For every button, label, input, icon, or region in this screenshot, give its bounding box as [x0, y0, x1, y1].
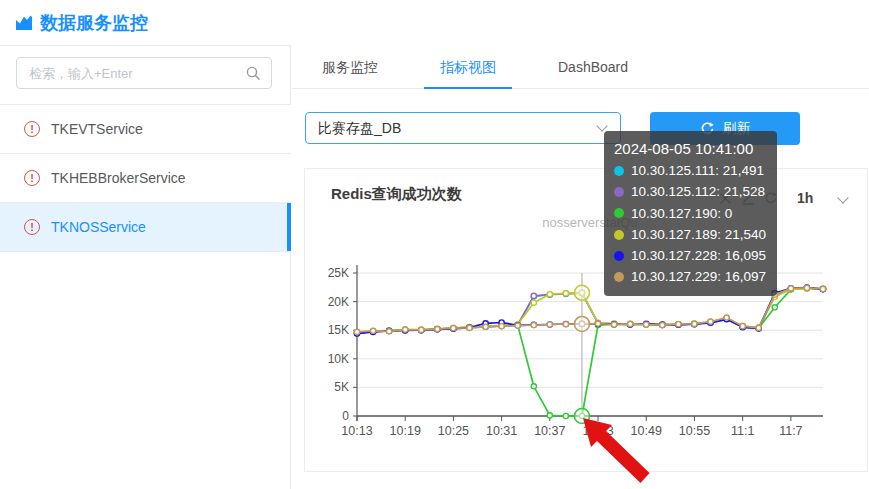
series-marker-10.30.127.229	[451, 326, 456, 331]
x-tick-label: 10:25	[438, 424, 469, 438]
series-marker-10.30.127.229	[724, 315, 729, 320]
sidebar: !TKEVTService!TKHEBBrokerService!TKNOSSe…	[0, 45, 291, 489]
y-tick-label: 25K	[328, 266, 349, 280]
series-marker-10.30.127.229	[644, 322, 649, 327]
search-box	[16, 57, 272, 89]
area-chart-icon	[14, 13, 34, 33]
y-tick-label: 10K	[328, 352, 349, 366]
line-chart[interactable]: 05K10K15K20K25K10:1310:1910:2510:3110:37…	[305, 169, 869, 473]
emphasis-marker-10.30.127.190	[574, 409, 589, 424]
service-name: TKHEBBrokerService	[51, 170, 186, 186]
series-marker-10.30.127.229	[515, 323, 520, 328]
series-marker-10.30.127.190	[531, 384, 536, 389]
series-marker-10.30.127.229	[531, 323, 536, 328]
chevron-down-icon	[596, 120, 607, 131]
sidebar-item-TKEVTService[interactable]: !TKEVTService	[0, 105, 291, 154]
series-marker-10.30.127.189	[547, 292, 552, 297]
series-marker-10.30.127.229	[547, 322, 552, 327]
warning-circle-icon: !	[24, 219, 40, 235]
y-tick-label: 5K	[334, 380, 349, 394]
emphasis-marker-10.30.127.189	[574, 285, 589, 300]
metric-select-value: 比赛存盘_DB	[318, 120, 401, 136]
x-tick-label: 10:43	[582, 424, 613, 438]
tab-bar: 服务监控指标视图DashBoard	[292, 48, 869, 89]
series-marker-10.30.127.189	[563, 291, 568, 296]
service-list: !TKEVTService!TKHEBBrokerService!TKNOSSe…	[0, 104, 291, 252]
series-marker-10.30.127.229	[708, 319, 713, 324]
refresh-button[interactable]: 刷新	[650, 112, 800, 145]
series-marker-10.30.127.229	[499, 324, 504, 329]
service-name: TKNOSService	[51, 219, 146, 235]
series-line-10.30.127.189	[357, 288, 823, 332]
warning-circle-icon: !	[24, 121, 40, 137]
y-tick-label: 15K	[328, 323, 349, 337]
series-marker-10.30.127.190	[563, 413, 568, 418]
sidebar-item-TKNOSService[interactable]: !TKNOSService	[0, 203, 291, 252]
search-input[interactable]	[29, 58, 239, 88]
warning-circle-icon: !	[24, 170, 40, 186]
refresh-arrow-icon	[700, 121, 715, 136]
series-marker-10.30.127.229	[628, 321, 633, 326]
series-marker-10.30.127.229	[483, 324, 488, 329]
series-marker-10.30.127.229	[467, 325, 472, 330]
service-name: TKEVTService	[51, 121, 143, 137]
series-marker-10.30.127.229	[692, 321, 697, 326]
x-tick-label: 10:49	[631, 424, 662, 438]
series-marker-10.30.127.229	[660, 323, 665, 328]
series-marker-10.30.127.229	[612, 322, 617, 327]
x-tick-label: 11:1	[731, 424, 754, 438]
x-tick-label: 10:55	[679, 424, 710, 438]
series-marker-10.30.127.190	[547, 413, 552, 418]
tab-指标视图[interactable]: 指标视图	[424, 48, 512, 89]
chart-panel: Redis查询成功次数 nosserverstatQu 1h 05K10K15K…	[304, 168, 868, 472]
y-tick-label: 20K	[328, 295, 349, 309]
x-tick-label: 11:7	[779, 424, 802, 438]
series-marker-10.30.127.229	[403, 327, 408, 332]
y-tick-label: 0	[342, 409, 349, 423]
series-marker-10.30.127.189	[531, 300, 536, 305]
series-marker-10.30.127.229	[387, 329, 392, 334]
series-marker-10.30.127.229	[563, 322, 568, 327]
search-icon[interactable]	[245, 65, 261, 81]
series-marker-10.30.127.190	[772, 305, 777, 310]
series-marker-10.30.127.229	[371, 328, 376, 333]
tab-DashBoard[interactable]: DashBoard	[542, 48, 644, 89]
x-tick-label: 10:19	[390, 424, 421, 438]
sidebar-item-TKHEBBrokerService[interactable]: !TKHEBBrokerService	[0, 154, 291, 203]
app-header: 数据服务监控	[0, 0, 869, 45]
series-marker-10.30.127.229	[435, 327, 440, 332]
series-marker-10.30.127.229	[354, 329, 359, 334]
series-marker-10.30.127.229	[772, 292, 777, 297]
series-marker-10.30.127.229	[676, 322, 681, 327]
x-tick-label: 10:13	[341, 424, 372, 438]
series-marker-10.30.127.229	[595, 321, 600, 326]
emphasis-marker-10.30.127.229	[574, 316, 589, 331]
x-tick-label: 10:31	[486, 424, 517, 438]
series-marker-10.30.127.229	[740, 324, 745, 329]
tab-服务监控[interactable]: 服务监控	[306, 48, 394, 89]
series-marker-10.30.127.229	[788, 286, 793, 291]
series-marker-10.30.127.229	[820, 286, 825, 291]
metric-select[interactable]: 比赛存盘_DB	[305, 112, 621, 144]
series-marker-10.30.127.229	[804, 285, 809, 290]
refresh-button-label: 刷新	[723, 120, 751, 138]
series-marker-10.30.127.229	[419, 327, 424, 332]
x-tick-label: 10:37	[534, 424, 565, 438]
series-marker-10.30.127.229	[756, 325, 761, 330]
series-marker-10.30.125.112	[531, 293, 536, 298]
page-title: 数据服务监控	[40, 11, 148, 35]
